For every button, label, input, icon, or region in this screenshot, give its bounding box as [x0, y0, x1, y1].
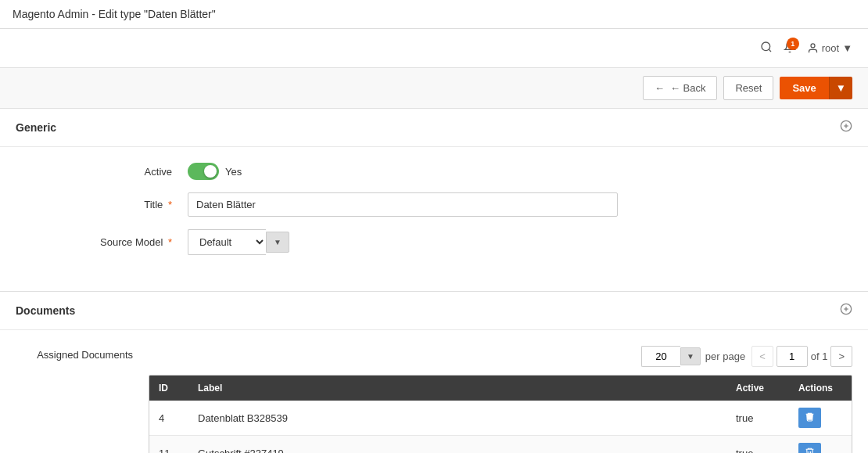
per-page-text: per page: [705, 351, 745, 362]
row-label: Gutschrift #237419: [188, 436, 726, 454]
assigned-docs-content: ▼ per page < of 1 >: [149, 346, 852, 453]
documents-toolbar: ▼ per page < of 1 >: [149, 346, 852, 367]
page-next-btn[interactable]: >: [830, 346, 852, 367]
generic-section-title: Generic: [16, 121, 56, 134]
row-id: 11: [149, 436, 188, 454]
active-value-label: Yes: [225, 166, 242, 178]
source-model-select[interactable]: Default: [188, 229, 266, 255]
page-header: 1 root ▼: [0, 29, 868, 68]
title-field-row: Title *: [16, 192, 852, 217]
column-header-label: Label: [188, 376, 726, 401]
row-id: 4: [149, 401, 188, 436]
active-field-row: Active Yes: [16, 163, 852, 180]
per-page-dropdown-btn[interactable]: ▼: [680, 347, 701, 365]
row-actions: [789, 436, 852, 454]
reset-button[interactable]: Reset: [723, 76, 773, 100]
page-prev-icon: <: [759, 351, 766, 362]
delete-row-button[interactable]: [798, 443, 821, 453]
active-label: Active: [16, 166, 188, 178]
save-label: Save: [792, 82, 816, 94]
toggle-slider[interactable]: [188, 163, 219, 180]
documents-section-body: Assigned Documents ▼ per page: [0, 330, 868, 453]
header-actions: 1 root ▼: [760, 41, 852, 56]
assigned-docs-row: Assigned Documents ▼ per page: [16, 346, 852, 453]
user-menu-button[interactable]: root ▼: [807, 42, 852, 54]
per-page-select: ▼: [641, 346, 701, 367]
source-model-required-mark: *: [168, 236, 172, 248]
source-model-field-row: Source Model * Default ▼: [16, 229, 852, 255]
notification-badge: 1: [787, 38, 799, 50]
source-model-dropdown-btn[interactable]: ▼: [266, 232, 289, 253]
documents-table-body: 4 Datenblatt B328539 true: [149, 401, 852, 453]
generic-section-header[interactable]: Generic: [0, 109, 868, 147]
browser-title-text: Magento Admin - Edit type "Daten Blätter…: [13, 8, 216, 20]
title-label: Title *: [16, 199, 188, 210]
documents-section-title: Documents: [16, 304, 75, 317]
page-next-icon: >: [838, 351, 845, 362]
browser-title: Magento Admin - Edit type "Daten Blätter…: [0, 0, 868, 29]
user-dropdown-icon: ▼: [842, 42, 852, 54]
generic-section-toggle-icon: [840, 120, 852, 135]
row-label: Datenblatt B328539: [188, 401, 726, 436]
row-active: true: [726, 436, 789, 454]
active-toggle[interactable]: [188, 163, 219, 180]
documents-table: ID Label Active Actions 4 Datenblatt B32…: [149, 376, 852, 453]
page-current-input[interactable]: [777, 346, 808, 367]
toolbar-right: ← ← Back Reset Save ▼: [643, 76, 852, 100]
row-actions: [789, 401, 852, 436]
documents-table-container: ID Label Active Actions 4 Datenblatt B32…: [149, 375, 852, 453]
source-model-label: Source Model *: [16, 236, 188, 248]
page-prev-btn[interactable]: <: [751, 346, 773, 367]
delete-row-button[interactable]: [798, 408, 821, 428]
search-button[interactable]: [760, 41, 773, 56]
save-button-group: Save ▼: [780, 77, 852, 99]
table-row: 4 Datenblatt B328539 true: [149, 401, 852, 436]
title-input[interactable]: [188, 192, 618, 217]
save-dropdown-icon: ▼: [836, 82, 846, 94]
back-arrow-icon: ←: [655, 82, 665, 94]
back-label: ← Back: [670, 82, 706, 94]
generic-section-body: Active Yes Title *: [0, 147, 868, 291]
assigned-docs-label: Assigned Documents: [16, 346, 149, 361]
per-page-input[interactable]: [641, 346, 680, 367]
save-dropdown-button[interactable]: ▼: [829, 77, 852, 99]
notification-button[interactable]: 1: [784, 41, 796, 56]
back-button[interactable]: ← ← Back: [643, 76, 718, 100]
action-toolbar: ← ← Back Reset Save ▼: [0, 68, 868, 109]
main-content: Generic Active Yes: [0, 109, 868, 453]
pagination: < of 1 >: [751, 346, 852, 367]
user-label: root: [822, 42, 839, 54]
table-row: 11 Gutschrift #237419 true: [149, 436, 852, 454]
title-required-mark: *: [168, 199, 172, 210]
documents-section-header[interactable]: Documents: [0, 292, 868, 330]
table-header-row: ID Label Active Actions: [149, 376, 852, 401]
source-model-dropdown-icon: ▼: [274, 238, 282, 246]
documents-section-toggle-icon: [840, 303, 852, 318]
generic-section: Generic Active Yes: [0, 109, 868, 292]
svg-point-2: [811, 44, 815, 48]
active-toggle-wrapper: Yes: [188, 163, 242, 180]
column-header-actions: Actions: [789, 376, 852, 401]
documents-table-head: ID Label Active Actions: [149, 376, 852, 401]
svg-point-0: [762, 42, 770, 51]
source-model-select-group: Default ▼: [188, 229, 289, 255]
column-header-id: ID: [149, 376, 188, 401]
reset-label: Reset: [735, 82, 762, 94]
per-page-group: ▼ per page: [641, 346, 745, 367]
save-button[interactable]: Save: [780, 77, 828, 99]
column-header-active: Active: [726, 376, 789, 401]
page-total: of 1: [811, 351, 828, 362]
documents-section: Documents Assigned Documents: [0, 292, 868, 453]
svg-line-1: [769, 49, 771, 52]
row-active: true: [726, 401, 789, 436]
per-page-dropdown-icon: ▼: [687, 352, 694, 361]
